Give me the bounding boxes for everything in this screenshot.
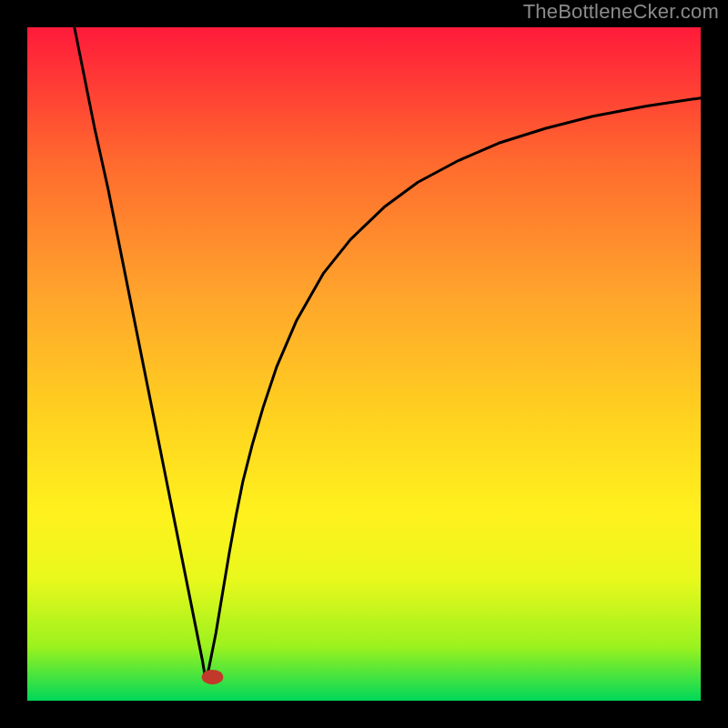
bottleneck-marker	[202, 670, 224, 684]
watermark-text: TheBottleneCker.com	[523, 0, 719, 24]
chart-stage: TheBottleneCker.com	[0, 0, 728, 728]
marker-layer	[202, 670, 224, 684]
bottleneck-plot	[27, 27, 701, 701]
plot-background	[27, 27, 701, 701]
